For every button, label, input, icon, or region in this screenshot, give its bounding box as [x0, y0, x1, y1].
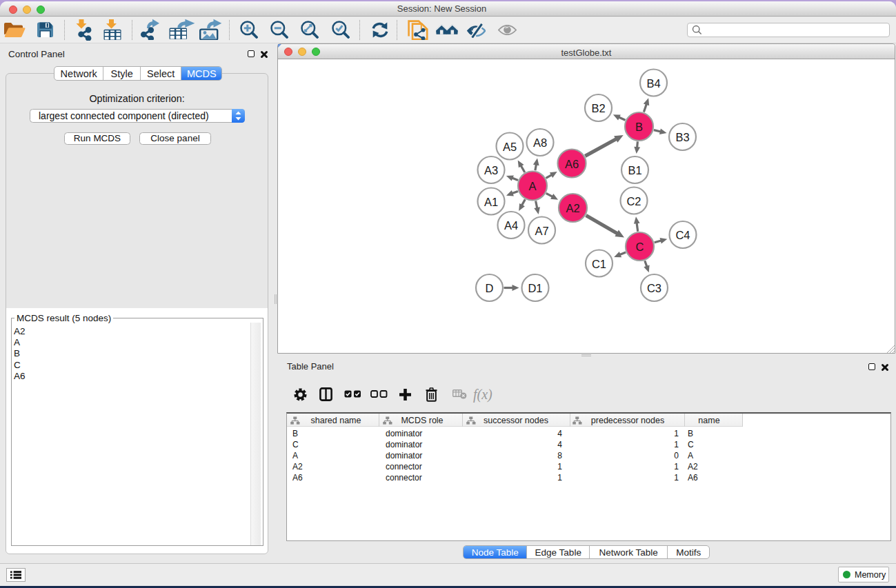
svg-text:D1: D1 [528, 282, 542, 294]
svg-text:A5: A5 [503, 141, 517, 153]
svg-text:A: A [528, 180, 536, 192]
svg-text:B2: B2 [591, 102, 605, 114]
svg-text:A4: A4 [504, 219, 518, 232]
svg-text:C: C [636, 241, 644, 253]
svg-text:B4: B4 [646, 77, 660, 90]
svg-text:B1: B1 [628, 164, 641, 176]
svg-text:C2: C2 [626, 195, 641, 207]
svg-text:B3: B3 [675, 131, 689, 143]
svg-text:A2: A2 [566, 202, 579, 214]
svg-text:B: B [635, 121, 643, 133]
svg-text:A3: A3 [484, 164, 498, 176]
svg-text:D: D [486, 282, 494, 294]
svg-text:A7: A7 [535, 225, 548, 237]
svg-text:C4: C4 [675, 229, 690, 241]
svg-text:A1: A1 [484, 196, 498, 208]
svg-text:A8: A8 [533, 136, 547, 149]
svg-text:C3: C3 [647, 282, 661, 294]
svg-text:C1: C1 [592, 258, 606, 270]
svg-text:A6: A6 [565, 158, 579, 170]
